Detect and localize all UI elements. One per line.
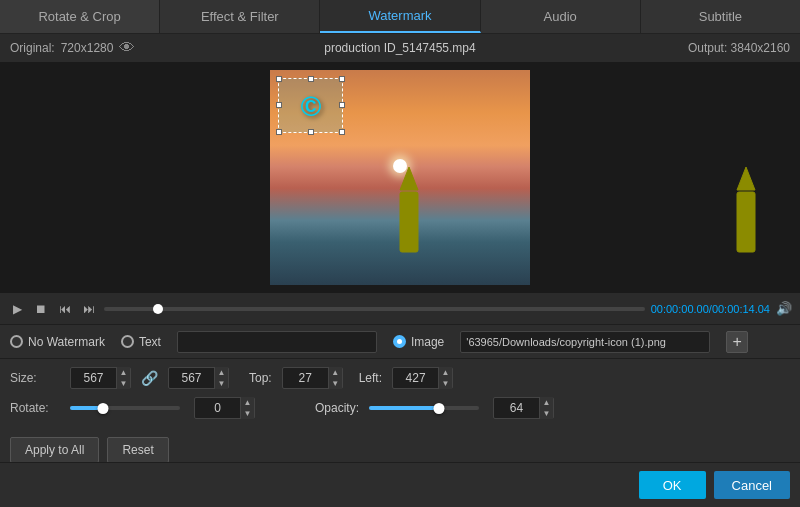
footer-bar: OK Cancel [0, 462, 800, 507]
cancel-button[interactable]: Cancel [714, 471, 790, 499]
timeline-thumb[interactable] [153, 304, 163, 314]
size-height-spinbox[interactable]: 567 ▲ ▼ [168, 367, 229, 389]
opacity-spin-buttons: ▲ ▼ [539, 397, 553, 419]
rotate-spinbox[interactable]: 0 ▲ ▼ [194, 397, 255, 419]
opacity-slider-container [369, 406, 479, 410]
tab-watermark[interactable]: Watermark [320, 0, 480, 33]
filename: production ID_5147455.mp4 [324, 41, 475, 55]
handle-bottom-right[interactable] [339, 129, 345, 135]
skip-forward-button[interactable]: ⏭ [80, 300, 98, 318]
link-icon[interactable]: 🔗 [141, 370, 158, 386]
left-spinbox[interactable]: 427 ▲ ▼ [392, 367, 453, 389]
top-input[interactable]: 27 [283, 371, 328, 385]
play-button[interactable]: ▶ [8, 300, 26, 318]
video-frame: © [270, 70, 530, 285]
size-label: Size: [10, 371, 60, 385]
opacity-label: Opacity: [315, 401, 359, 415]
handle-mid-left[interactable] [276, 102, 282, 108]
size-width-input[interactable]: 567 [71, 371, 116, 385]
timeline-track[interactable] [104, 307, 645, 311]
stop-button[interactable]: ⏹ [32, 300, 50, 318]
total-time: 00:00:14.04 [712, 303, 770, 315]
add-image-button[interactable]: + [726, 331, 748, 353]
image-path-input[interactable] [460, 331, 710, 353]
rotate-spin-buttons: ▲ ▼ [240, 397, 254, 419]
no-watermark-label: No Watermark [28, 335, 105, 349]
rotate-slider-track[interactable] [70, 406, 180, 410]
handle-mid-right[interactable] [339, 102, 345, 108]
handle-bottom-left[interactable] [276, 129, 282, 135]
size-height-input[interactable]: 567 [169, 371, 214, 385]
rotate-down[interactable]: ▼ [240, 408, 254, 419]
controls-panel: Size: 567 ▲ ▼ 🔗 567 ▲ ▼ Top: 27 ▲ [0, 358, 800, 431]
size-width-spinbox[interactable]: 567 ▲ ▼ [70, 367, 131, 389]
top-spinbox[interactable]: 27 ▲ ▼ [282, 367, 343, 389]
size-width-spin-buttons: ▲ ▼ [116, 367, 130, 389]
eye-icon[interactable]: 👁 [119, 39, 135, 57]
left-label: Left: [359, 371, 382, 385]
output-resolution: 3840x2160 [731, 41, 790, 55]
skip-back-button[interactable]: ⏮ [56, 300, 74, 318]
no-watermark-radio[interactable] [10, 335, 23, 348]
time-display: 00:00:00.00/00:00:14.04 [651, 303, 770, 315]
apply-to-all-button[interactable]: Apply to All [10, 437, 99, 463]
handle-top-right[interactable] [339, 76, 345, 82]
volume-icon[interactable]: 🔊 [776, 301, 792, 316]
left-spin-buttons: ▲ ▼ [438, 367, 452, 389]
text-radio[interactable] [121, 335, 134, 348]
top-down[interactable]: ▼ [328, 378, 342, 389]
arrow-right [737, 167, 755, 252]
left-up[interactable]: ▲ [438, 367, 452, 378]
current-time: 00:00:00.00 [651, 303, 709, 315]
rotate-slider-thumb[interactable] [98, 403, 109, 414]
handle-top-mid[interactable] [308, 76, 314, 82]
top-label: Top: [249, 371, 272, 385]
opacity-down[interactable]: ▼ [539, 408, 553, 419]
size-row: Size: 567 ▲ ▼ 🔗 567 ▲ ▼ Top: 27 ▲ [10, 365, 790, 391]
reset-button[interactable]: Reset [107, 437, 168, 463]
tab-audio[interactable]: Audio [481, 0, 641, 33]
svg-marker-3 [737, 167, 755, 190]
left-input[interactable]: 427 [393, 371, 438, 385]
left-down[interactable]: ▼ [438, 378, 452, 389]
rotate-up[interactable]: ▲ [240, 397, 254, 408]
image-label: Image [411, 335, 444, 349]
size-height-down[interactable]: ▼ [214, 378, 228, 389]
opacity-spinbox[interactable]: 64 ▲ ▼ [493, 397, 554, 419]
rotate-slider-container [70, 406, 180, 410]
opacity-slider-track[interactable] [369, 406, 479, 410]
rotate-input[interactable]: 0 [195, 401, 240, 415]
opacity-up[interactable]: ▲ [539, 397, 553, 408]
watermark-options-row: No Watermark Text Image + [0, 324, 800, 358]
tab-subtitle[interactable]: Subtitle [641, 0, 800, 33]
image-watermark-option[interactable]: Image [393, 335, 444, 349]
sun-element [393, 159, 407, 173]
top-up[interactable]: ▲ [328, 367, 342, 378]
timeline-controls: ▶ ⏹ ⏮ ⏭ 00:00:00.00/00:00:14.04 🔊 [0, 292, 800, 324]
no-watermark-option[interactable]: No Watermark [10, 335, 105, 349]
svg-rect-2 [737, 192, 755, 252]
original-resolution: 720x1280 [61, 41, 114, 55]
size-height-up[interactable]: ▲ [214, 367, 228, 378]
size-height-spin-buttons: ▲ ▼ [214, 367, 228, 389]
video-preview-area: © [0, 62, 800, 292]
handle-bottom-mid[interactable] [308, 129, 314, 135]
rotate-opacity-row: Rotate: 0 ▲ ▼ Opacity: [10, 395, 790, 421]
handle-top-left[interactable] [276, 76, 282, 82]
text-label: Text [139, 335, 161, 349]
text-watermark-option[interactable]: Text [121, 335, 161, 349]
top-spin-buttons: ▲ ▼ [328, 367, 342, 389]
opacity-slider-thumb[interactable] [434, 403, 445, 414]
text-watermark-input[interactable] [177, 331, 377, 353]
tab-effect-filter[interactable]: Effect & Filter [160, 0, 320, 33]
image-radio[interactable] [393, 335, 406, 348]
info-bar: Original: 720x1280 👁 production ID_51474… [0, 34, 800, 62]
ok-button[interactable]: OK [639, 471, 706, 499]
opacity-input[interactable]: 64 [494, 401, 539, 415]
watermark-overlay[interactable]: © [278, 78, 343, 133]
size-width-down[interactable]: ▼ [116, 378, 130, 389]
size-width-up[interactable]: ▲ [116, 367, 130, 378]
tab-rotate-crop[interactable]: Rotate & Crop [0, 0, 160, 33]
watermark-symbol: © [279, 79, 342, 134]
output-label: Output: [688, 41, 727, 55]
